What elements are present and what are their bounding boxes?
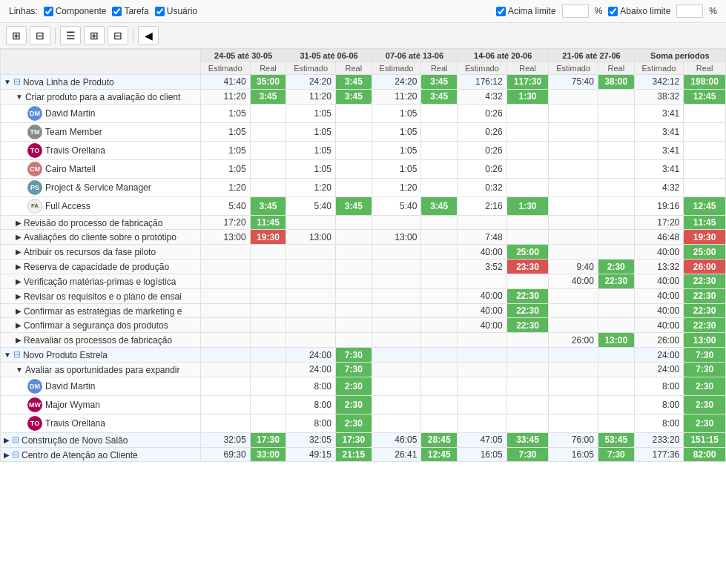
abaixo-limite-input[interactable]: 10 bbox=[676, 4, 703, 18]
componente-checkbox-label[interactable]: Componente bbox=[44, 6, 107, 16]
name-cell: ▼⊟Nova Linha de Produto bbox=[1, 75, 201, 90]
data-cell: 342:12 bbox=[634, 75, 684, 90]
data-cell bbox=[421, 414, 458, 432]
abaixo-limite-label[interactable]: Abaixo limite bbox=[608, 6, 670, 16]
acima-limite-input[interactable]: 10 bbox=[562, 4, 589, 18]
data-cell bbox=[250, 104, 286, 122]
name-column-header bbox=[1, 50, 201, 75]
tarefa-checkbox[interactable] bbox=[112, 7, 122, 16]
data-cell: 3:41 bbox=[634, 122, 684, 141]
project-name: Construção de Novo Salão bbox=[22, 435, 128, 446]
data-cell bbox=[549, 89, 598, 104]
data-cell: 35:00 bbox=[250, 75, 286, 90]
data-cell bbox=[335, 245, 372, 260]
data-cell bbox=[684, 178, 726, 196]
table-row: ▼⊟Nova Linha de Produto41:4035:0024:203:… bbox=[1, 75, 726, 90]
expand-icon[interactable]: ▼ bbox=[4, 351, 11, 359]
data-cell bbox=[421, 274, 458, 288]
data-cell bbox=[421, 215, 458, 230]
data-cell: 1:05 bbox=[201, 104, 251, 122]
data-cell bbox=[421, 245, 458, 260]
data-cell: 1:05 bbox=[286, 141, 336, 159]
tarefa-checkbox-label[interactable]: Tarefa bbox=[112, 6, 148, 16]
data-cell: 11:20 bbox=[372, 89, 421, 104]
name-cell: ▶⊟Centro de Atenção ao Cliente bbox=[1, 447, 201, 462]
data-cell: 0:26 bbox=[458, 122, 507, 141]
expand-icon[interactable]: ▶ bbox=[4, 451, 10, 459]
period-header-1: 24-05 até 30-05 bbox=[201, 50, 286, 62]
task-expand-icon[interactable]: ▶ bbox=[16, 321, 22, 329]
task-expand-icon[interactable]: ▶ bbox=[16, 277, 22, 285]
acima-percent: % bbox=[595, 6, 603, 16]
table-row: ▼Criar produto para a avaliação do clien… bbox=[1, 89, 726, 104]
data-cell bbox=[421, 178, 458, 196]
usuario-checkbox[interactable] bbox=[155, 7, 165, 16]
data-cell bbox=[372, 303, 421, 318]
data-cell: 26:00 bbox=[684, 260, 726, 274]
data-cell bbox=[598, 196, 634, 215]
view-button-3[interactable]: ⊟ bbox=[108, 26, 128, 45]
table-row: TOTravis Orellana8:002:308:002:30 bbox=[1, 414, 726, 432]
table-row: FAFull Access5:403:455:403:455:403:452:1… bbox=[1, 196, 726, 215]
data-cell: 0:26 bbox=[458, 104, 507, 122]
data-cell bbox=[335, 159, 372, 178]
table-row: MWMajor Wyman8:002:308:002:30 bbox=[1, 395, 726, 414]
task-expand-icon[interactable]: ▶ bbox=[16, 219, 22, 227]
data-cell bbox=[201, 245, 251, 260]
componente-checkbox[interactable] bbox=[44, 7, 53, 16]
expand-icon[interactable]: ▼ bbox=[4, 78, 11, 86]
task-expand-icon[interactable]: ▼ bbox=[16, 366, 23, 374]
acima-limite-checkbox[interactable] bbox=[496, 7, 506, 16]
data-cell: 22:30 bbox=[684, 303, 726, 318]
data-cell: 17:30 bbox=[335, 432, 372, 447]
data-cell: 17:30 bbox=[250, 432, 286, 447]
data-cell: 3:45 bbox=[335, 75, 372, 90]
view-button-1[interactable]: ☰ bbox=[60, 26, 81, 45]
expand-all-button[interactable]: ⊞ bbox=[6, 26, 27, 45]
data-cell: 69:30 bbox=[201, 447, 251, 462]
usuario-checkbox-label[interactable]: Usuário bbox=[155, 6, 197, 16]
data-cell bbox=[458, 274, 507, 288]
top-bar: Linhas: Componente Tarefa Usuário Acima … bbox=[0, 0, 726, 23]
data-cell bbox=[335, 178, 372, 196]
data-cell: 82:00 bbox=[684, 447, 726, 462]
name-cell: ▶Reserva de capacidade de produção bbox=[1, 260, 201, 274]
expand-icon[interactable]: ▶ bbox=[4, 436, 10, 444]
data-cell: 7:30 bbox=[684, 362, 726, 377]
data-cell: 32:05 bbox=[286, 432, 336, 447]
task-expand-icon[interactable]: ▶ bbox=[16, 292, 22, 300]
toolbar-separator-1 bbox=[55, 27, 56, 44]
data-cell bbox=[372, 414, 421, 432]
abaixo-limite-checkbox[interactable] bbox=[608, 7, 618, 16]
data-cell: 3:52 bbox=[458, 260, 507, 274]
data-cell bbox=[549, 414, 598, 432]
data-cell: 2:30 bbox=[335, 395, 372, 414]
task-name: Confirmar a segurança dos produtos bbox=[24, 320, 168, 331]
data-cell bbox=[598, 362, 634, 377]
period-header-sum: Soma períodos bbox=[634, 50, 725, 62]
data-cell bbox=[598, 122, 634, 141]
table-row: ▶Revisão do processo de fabricação17:201… bbox=[1, 215, 726, 230]
acima-limite-label[interactable]: Acima limite bbox=[496, 6, 556, 16]
data-cell bbox=[506, 141, 549, 159]
data-cell bbox=[372, 395, 421, 414]
nav-back-button[interactable]: ◀ bbox=[138, 26, 159, 45]
data-cell bbox=[549, 362, 598, 377]
data-cell bbox=[684, 122, 726, 141]
data-cell: 32:05 bbox=[201, 432, 251, 447]
view-button-2[interactable]: ⊞ bbox=[84, 26, 105, 45]
data-cell: 3:45 bbox=[421, 89, 458, 104]
user-name: Team Member bbox=[45, 127, 102, 137]
componente-label: Componente bbox=[56, 6, 107, 16]
task-expand-icon[interactable]: ▶ bbox=[16, 233, 22, 241]
task-expand-icon[interactable]: ▶ bbox=[16, 307, 22, 315]
task-expand-icon[interactable]: ▶ bbox=[16, 262, 22, 271]
task-expand-icon[interactable]: ▶ bbox=[16, 248, 22, 256]
collapse-all-button[interactable]: ⊟ bbox=[30, 26, 50, 45]
data-cell: 47:05 bbox=[458, 432, 507, 447]
table-row: ▶Confirmar a segurança dos produtos40:00… bbox=[1, 318, 726, 333]
data-cell bbox=[458, 348, 507, 363]
data-cell bbox=[549, 245, 598, 260]
task-expand-icon[interactable]: ▼ bbox=[16, 93, 23, 101]
task-expand-icon[interactable]: ▶ bbox=[16, 336, 22, 344]
